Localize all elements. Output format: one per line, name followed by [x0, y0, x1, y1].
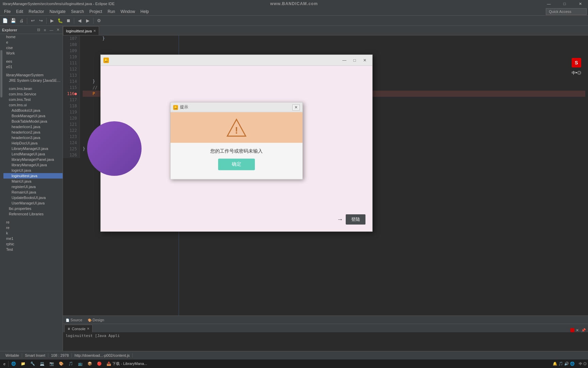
- toolbar-run[interactable]: ▶: [48, 17, 56, 25]
- tab-close-icon[interactable]: ✕: [93, 29, 96, 33]
- taskbar-tool2[interactable]: 💻: [38, 360, 47, 368]
- source-tab[interactable]: 📄 Source: [64, 318, 84, 322]
- sidebar-item-libmanageui[interactable]: libraryManageUI.java: [3, 162, 63, 168]
- toolbar-redo[interactable]: ↪: [37, 17, 45, 25]
- toolbar-debug[interactable]: 🐛: [56, 17, 64, 25]
- sidebar-item-lmsservice[interactable]: com.lms.Service: [3, 91, 63, 97]
- sidebar-item-lmsbean[interactable]: com.lms.bean: [3, 86, 63, 91]
- sidebar-file-tree[interactable]: home e cise Work ees e01 libraryManagerS…: [3, 34, 63, 351]
- toolbar-new[interactable]: 📄: [1, 17, 9, 25]
- taskbar-bandicam[interactable]: 🔴: [95, 360, 104, 368]
- maximize-btn[interactable]: □: [557, 0, 572, 7]
- app-minimize-btn[interactable]: —: [340, 57, 349, 64]
- menu-file[interactable]: File: [1, 7, 13, 16]
- sidebar-item-remainui[interactable]: RemainUI.java: [3, 189, 63, 195]
- sidebar-item-librarymanageui[interactable]: LibraryManageUI.java: [3, 146, 63, 151]
- sidebar-item-helpdocui[interactable]: HelpDocUI.java: [3, 140, 63, 146]
- menu-window[interactable]: Window: [118, 7, 138, 16]
- tab-label: loginuittest.java: [66, 29, 92, 33]
- sidebar-menu-icon[interactable]: ≡: [42, 27, 48, 33]
- alert-close-button[interactable]: ✕: [292, 104, 300, 110]
- sidebar-item-re1[interactable]: re: [3, 219, 63, 225]
- sidebar-item-lendmanageui[interactable]: LendManageUI.java: [3, 151, 63, 157]
- sidebar-item-lmstest[interactable]: com.lms.Test: [3, 97, 63, 102]
- sidebar-item-rphic[interactable]: rphic: [3, 241, 63, 247]
- toolbar-next[interactable]: ▶: [84, 17, 92, 25]
- toolbar-extras[interactable]: ⚙: [95, 17, 103, 25]
- sidebar-item-mainui[interactable]: MainUI.java: [3, 179, 63, 184]
- sidebar-item-headericon2[interactable]: headerIcon2.java: [3, 129, 63, 135]
- minimize-btn[interactable]: —: [541, 0, 557, 7]
- menu-help[interactable]: Help: [138, 7, 152, 16]
- sidebar-item-reflibs[interactable]: Referenced Libraries: [3, 211, 63, 217]
- sidebar-item-libsystem[interactable]: libraryManagerSystem: [3, 72, 63, 78]
- menu-run[interactable]: Run: [105, 7, 118, 16]
- sidebar-item-e01[interactable]: e01: [3, 64, 63, 70]
- sidebar-item-headericon3[interactable]: headerIcon3.java: [3, 135, 63, 140]
- quick-access[interactable]: Quick Access: [546, 8, 587, 15]
- menu-project[interactable]: Project: [87, 7, 105, 16]
- menu-search[interactable]: Search: [68, 7, 87, 16]
- toolbar-save[interactable]: 💾: [10, 17, 17, 25]
- toolbar-stop[interactable]: ⏹: [65, 17, 72, 25]
- taskbar-start[interactable]: e: [1, 360, 7, 368]
- sidebar-item-libmanagerpanel[interactable]: libraryManagerPanel.java: [3, 157, 63, 162]
- taskbar-download[interactable]: 📥 下载 - LibraryMana...: [104, 360, 149, 368]
- alert-ok-button[interactable]: 确定: [218, 158, 255, 170]
- sidebar-item-me1[interactable]: me1: [3, 236, 63, 241]
- menu-refactor[interactable]: Refactor: [26, 7, 47, 16]
- sidebar-item-registerui[interactable]: registerUI.java: [3, 184, 63, 189]
- tab-loginuittest[interactable]: loginuittest.java ✕: [63, 26, 99, 35]
- sidebar-item-loginuittest[interactable]: loginuittest.java: [3, 173, 63, 179]
- taskbar-browser[interactable]: 🌐: [9, 360, 18, 368]
- sogou-icon[interactable]: S: [572, 58, 581, 67]
- design-tab[interactable]: 🎨 Design: [86, 318, 105, 322]
- taskbar-media[interactable]: 📺: [76, 360, 85, 368]
- console-tab[interactable]: 🖥 Console ✕: [64, 325, 93, 332]
- menu-edit[interactable]: Edit: [13, 7, 26, 16]
- taskbar-paint[interactable]: 🎨: [57, 360, 66, 368]
- toolbar-prev[interactable]: ◀: [76, 17, 83, 25]
- taskbar-explorer[interactable]: 📁: [19, 360, 28, 368]
- sidebar-item-ees[interactable]: ees: [3, 59, 63, 64]
- sidebar-item-lbcproperties[interactable]: lbc.properties: [3, 206, 63, 211]
- taskbar-music[interactable]: 🎵: [66, 360, 75, 368]
- sidebar-close-icon[interactable]: ✕: [55, 27, 61, 33]
- line-107: 107: [66, 35, 77, 42]
- app-close-btn[interactable]: ✕: [360, 57, 370, 64]
- sidebar-item-re2[interactable]: re: [3, 225, 63, 230]
- login-button[interactable]: 登陆: [346, 214, 365, 225]
- console-clear-icon[interactable]: ✕: [576, 328, 580, 332]
- sidebar-item-headericon1[interactable]: headerIcon1.java: [3, 124, 63, 129]
- menu-navigate[interactable]: Navigate: [47, 7, 68, 16]
- sidebar-item-loginui[interactable]: loginUI.java: [3, 168, 63, 173]
- close-btn[interactable]: ✕: [572, 0, 588, 7]
- sidebar-item-lmsui[interactable]: com.lms.ui: [3, 102, 63, 108]
- console-pin-icon[interactable]: 📌: [581, 328, 585, 332]
- taskbar-package[interactable]: 📦: [85, 360, 94, 368]
- statusbar: Writable Smart Insert 108 : 2978 http://…: [0, 351, 588, 359]
- sidebar-item-bookmanageui[interactable]: BookManageUI.java: [3, 113, 63, 119]
- sidebar-item-addbooksui[interactable]: AddBooksUI.java: [3, 108, 63, 113]
- toolbar-print[interactable]: 🖨: [18, 17, 25, 25]
- sidebar-item-k[interactable]: k: [3, 230, 63, 236]
- sidebar-item-updatebooksui[interactable]: UpdateBooksUI.java: [3, 195, 63, 200]
- console-stop-icon[interactable]: [570, 328, 574, 332]
- toolbar-undo[interactable]: ↩: [29, 17, 36, 25]
- sidebar-item-e[interactable]: e: [3, 40, 63, 45]
- app-maximize-btn[interactable]: □: [350, 57, 359, 64]
- code-line-108: [83, 42, 585, 48]
- sidebar-collapse-icon[interactable]: ⊟: [36, 27, 41, 33]
- sidebar-item-home[interactable]: home: [3, 34, 63, 40]
- taskbar-tool1[interactable]: 🔧: [28, 360, 37, 368]
- sidebar-item-test[interactable]: Test: [3, 247, 63, 252]
- sidebar-item-cise[interactable]: cise: [3, 45, 63, 50]
- sidebar-item-work[interactable]: Work: [3, 50, 63, 56]
- sidebar: Explorer ⊟ ≡ — ✕ home e cise Work ees e0…: [0, 26, 63, 351]
- taskbar-camera[interactable]: 📷: [47, 360, 56, 368]
- sidebar-minimize-icon[interactable]: —: [49, 27, 54, 33]
- console-close-icon[interactable]: ✕: [87, 327, 89, 331]
- sidebar-item-usermanageui[interactable]: UserManageUI.java: [3, 200, 63, 206]
- sidebar-item-jre[interactable]: JRE System Library [JavaSE-1.8]: [3, 78, 63, 83]
- sidebar-item-booktablemodel[interactable]: BookTableModel.java: [3, 119, 63, 124]
